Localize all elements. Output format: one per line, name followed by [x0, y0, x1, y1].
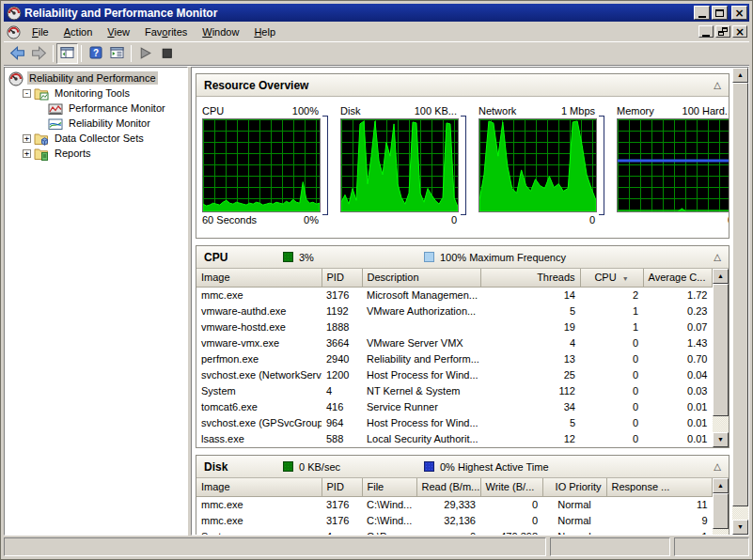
table-cell: 14	[480, 287, 580, 303]
scroll-up-icon[interactable]: ▲	[713, 478, 729, 493]
column-header-average-c-[interactable]: Average C...	[643, 269, 713, 287]
maximize-button[interactable]	[712, 6, 728, 20]
tree-expander-icon[interactable]: +	[23, 134, 31, 143]
tree-item-reliability-monitor[interactable]: Reliability Monitor	[5, 116, 187, 131]
graph-name: Network	[478, 105, 516, 117]
tree-item-label: Data Collector Sets	[53, 132, 146, 145]
collapse-disk-icon[interactable]: △	[714, 461, 721, 472]
table-cell: 0	[580, 398, 643, 414]
graph-scale-label: 100%	[292, 105, 319, 117]
table-row[interactable]: lsass.exe588Local Security Authorit...12…	[196, 430, 713, 446]
table-cell: Service Runner	[362, 398, 480, 414]
console-tree-button[interactable]	[56, 43, 78, 64]
table-row[interactable]: vmware-hostd.exe18881910.07	[196, 319, 713, 334]
graph-memory[interactable]: Memory100 Hard...0	[617, 103, 729, 227]
minimize-icon	[698, 16, 706, 18]
menu-help[interactable]: Help	[246, 24, 283, 39]
scrollbar-thumb[interactable]	[732, 83, 748, 506]
cpu-blue-legend: 100% Maximum Frequency	[424, 252, 566, 263]
graph-scale-label: 100 Hard...	[682, 105, 729, 117]
table-row[interactable]: vmware-authd.exe1192VMware Authorization…	[196, 303, 713, 319]
column-header-pid[interactable]: PID	[322, 269, 362, 287]
table-cell: Normal	[542, 528, 606, 535]
scroll-up-icon[interactable]: ▲	[732, 68, 748, 83]
column-header-file[interactable]: File	[362, 478, 416, 496]
column-header-image[interactable]: Image	[196, 478, 322, 496]
action-pane-button[interactable]	[106, 43, 128, 64]
child-close-button[interactable]: ×	[732, 25, 747, 38]
forward-button[interactable]	[28, 43, 50, 64]
graph-network[interactable]: Network1 Mbps0	[478, 103, 604, 227]
help-button[interactable]: ?	[85, 43, 106, 64]
back-button[interactable]	[7, 43, 28, 64]
scrollbar-thumb[interactable]	[713, 284, 729, 416]
collapse-resource-overview-icon[interactable]: △	[714, 80, 721, 90]
column-header-response-[interactable]: Response ...	[606, 478, 713, 496]
disk-table-scrollbar[interactable]: ▲	[713, 478, 729, 535]
cpu-table-scrollbar[interactable]: ▲ ▼	[713, 269, 729, 447]
tree-item-reliability-and-performance[interactable]: Reliability and Performance	[5, 70, 187, 86]
stop-button[interactable]	[156, 43, 178, 64]
column-header-pid[interactable]: PID	[322, 478, 362, 496]
menu-window[interactable]: Window	[195, 24, 246, 39]
graph-plot-area	[340, 118, 459, 212]
table-cell: 416	[322, 398, 362, 414]
table-cell: mmc.exe	[196, 496, 322, 512]
child-minimize-button[interactable]	[698, 25, 714, 38]
table-row[interactable]: System4NT Kernel & System11200.03	[196, 382, 713, 398]
table-row[interactable]: mmc.exe3176C:\Wind...32,1360Normal9	[196, 512, 713, 528]
graph-disk[interactable]: Disk100 KB...0	[340, 103, 466, 227]
main-scrollbar[interactable]: ▲ ▼	[732, 68, 748, 535]
title-bar[interactable]: Reliability and Performance Monitor ×	[4, 4, 749, 22]
child-restore-button[interactable]	[715, 25, 730, 38]
chart-red-icon	[48, 101, 63, 116]
close-button[interactable]: ×	[731, 6, 747, 20]
table-row[interactable]: perfmon.exe2940Reliability and Perform..…	[196, 350, 713, 366]
column-header-image[interactable]: Image	[196, 269, 322, 287]
table-cell: 1	[606, 528, 713, 535]
gauge-icon	[8, 71, 24, 86]
table-row[interactable]: tomcat6.exe416Service Runner3400.01	[196, 398, 713, 414]
tree-expander-icon[interactable]: -	[23, 89, 31, 98]
tree-item-reports[interactable]: +Reports	[5, 146, 187, 161]
table-row[interactable]: svchost.exe (NetworkServ...1200Host Proc…	[196, 366, 713, 382]
cpu-usage-label: 3%	[299, 252, 314, 263]
table-row[interactable]: vmware-vmx.exe3664VMware Server VMX401.4…	[196, 334, 713, 350]
scroll-down-icon[interactable]: ▼	[732, 520, 748, 535]
table-cell: 470,398	[480, 528, 542, 535]
column-header-write-b-[interactable]: Write (B/...	[480, 478, 542, 496]
column-header-read-b-m-[interactable]: Read (B/m...	[416, 478, 480, 496]
scroll-up-icon[interactable]: ▲	[713, 269, 729, 284]
tree-item-label: Reliability and Performance	[27, 71, 158, 85]
menu-view[interactable]: View	[100, 24, 137, 39]
column-header-cpu[interactable]: CPU▼	[580, 269, 643, 287]
child-close-icon: ×	[735, 27, 745, 37]
menu-favorites[interactable]: Favorites	[137, 24, 195, 39]
table-row[interactable]: mmc.exe3176C:\Wind...29,3330Normal11	[196, 496, 713, 512]
play-button[interactable]	[134, 43, 156, 64]
menu-action[interactable]: Action	[56, 24, 101, 39]
menu-file[interactable]: File	[24, 24, 56, 39]
table-row[interactable]: svchost.exe (GPSvcGroup)964Host Process …	[196, 414, 713, 430]
scrollbar-thumb[interactable]	[713, 493, 729, 529]
scroll-down-icon[interactable]: ▼	[713, 432, 729, 447]
console-tree-icon	[59, 45, 75, 62]
minimize-button[interactable]	[694, 6, 710, 20]
table-cell: 0.23	[643, 303, 713, 319]
tree-item-performance-monitor[interactable]: Performance Monitor	[5, 101, 187, 116]
tree-item-monitoring-tools[interactable]: -Monitoring Tools	[5, 86, 187, 101]
column-header-description[interactable]: Description	[362, 269, 480, 287]
table-row[interactable]: System4C:\Pa...0470,398Normal1	[196, 528, 713, 535]
disk-active-label: 0% Highest Active Time	[440, 461, 549, 473]
graph-cpu[interactable]: CPU100%60 Seconds0%	[202, 103, 328, 227]
graph-zero-label: 0	[589, 214, 595, 226]
graph-plot-area	[617, 118, 729, 212]
table-row[interactable]: mmc.exe3176Microsoft Managemen...1421.72	[196, 287, 713, 303]
column-header-io-priority[interactable]: IO Priority	[542, 478, 606, 496]
column-header-threads[interactable]: Threads	[480, 269, 580, 287]
collapse-cpu-icon[interactable]: △	[714, 252, 721, 262]
tree-expander-icon[interactable]: +	[23, 149, 31, 158]
graph-time-label: 60 Seconds	[202, 214, 257, 226]
tree-item-data-collector-sets[interactable]: +Data Collector Sets	[5, 131, 187, 146]
cpu-process-table: ImagePIDDescriptionThreadsCPU▼Average C.…	[196, 269, 713, 446]
